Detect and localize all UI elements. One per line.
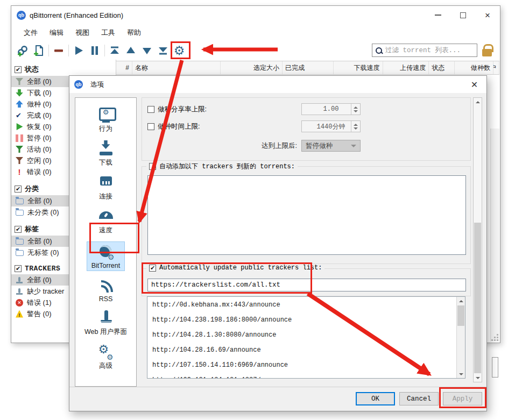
filter-label: 做种 (0)	[27, 99, 52, 109]
nav-webui[interactable]: Web 用户界面	[75, 307, 136, 340]
nav-label: 下载	[99, 158, 112, 167]
menu-help[interactable]: 帮助	[121, 26, 147, 40]
spin-buttons[interactable]	[351, 104, 360, 115]
reached-action-dropdown[interactable]: 暂停做种	[301, 140, 361, 152]
resize-grip[interactable]	[497, 339, 498, 341]
column-user[interactable]: 用户	[493, 61, 499, 74]
filter-label: 缺少 tracker	[27, 287, 64, 296]
page: qb qBittorrent (Enhanced Edition) × 文件 编…	[0, 0, 508, 420]
scroll-down-icon[interactable]	[474, 374, 482, 382]
nav-behavior[interactable]: 行为	[75, 103, 136, 137]
pause-button[interactable]	[87, 42, 103, 59]
column-name[interactable]: 名称	[132, 61, 221, 74]
column-status[interactable]: 状态	[429, 61, 455, 74]
column-dl-speed[interactable]: 下载速度	[334, 61, 383, 74]
tracker-url: http://104.28.1.30:8080/announce	[152, 331, 452, 340]
category-checkbox[interactable]: ✔	[15, 186, 22, 193]
resume-button[interactable]	[70, 42, 87, 59]
nav-rss[interactable]: RSS	[75, 274, 136, 307]
options-dialog: qb 选项 ✕ 行为 下载 连接 速度	[69, 75, 487, 411]
column-size[interactable]: 选定大小	[221, 61, 283, 74]
scrollbar-thumb[interactable]	[457, 305, 464, 326]
dialog-close-button[interactable]: ✕	[462, 76, 486, 93]
menu-file[interactable]: 文件	[18, 26, 44, 40]
auto-update-trackers-checkbox[interactable]: ✔	[149, 265, 156, 272]
seed-time-checkbox[interactable]	[147, 123, 154, 130]
filter-label: 暂停 (0)	[27, 133, 52, 143]
scrollbar-thumb[interactable]	[474, 223, 481, 373]
menu-tools[interactable]: 工具	[95, 26, 121, 40]
share-ratio-checkbox[interactable]	[147, 106, 154, 113]
search-icon	[375, 47, 383, 54]
filter-label: 错误 (0)	[27, 167, 52, 177]
nav-label: 高级	[99, 361, 112, 371]
auto-add-trackers-checkbox[interactable]	[149, 163, 156, 170]
move-top-button[interactable]	[107, 42, 123, 59]
main-vertical-scrollbar[interactable]	[490, 129, 499, 341]
upload-arrow-icon	[16, 101, 23, 108]
search-input[interactable]	[385, 47, 474, 54]
add-torrent-link-button[interactable]	[15, 42, 31, 59]
status-group-header[interactable]: ✔ 状态	[11, 63, 116, 76]
public-trackers-list[interactable]: http://0d.kebhana.mx:443/announce http:/…	[147, 296, 465, 379]
filter-label: 恢复 (0)	[27, 122, 52, 132]
cancel-button[interactable]: Cancel	[399, 392, 439, 405]
additional-trackers-textarea[interactable]	[147, 175, 466, 255]
scroll-up-icon[interactable]	[474, 98, 482, 106]
column-seeds[interactable]: 做种数	[455, 61, 493, 74]
move-down-button[interactable]	[139, 42, 155, 59]
bittorrent-selected-tile: BitTorrent	[87, 242, 125, 270]
menu-view[interactable]: 视图	[69, 26, 95, 40]
move-bottom-icon	[157, 45, 169, 56]
ok-button[interactable]: OK	[356, 392, 395, 405]
remove-icon	[53, 45, 65, 56]
column-number[interactable]: #	[116, 61, 132, 74]
add-torrent-file-button[interactable]	[31, 42, 47, 59]
options-button[interactable]: ⚙	[171, 42, 187, 59]
tracker-list-scrollbar[interactable]	[456, 297, 465, 378]
move-up-button[interactable]	[123, 42, 139, 59]
lock-icon[interactable]	[481, 44, 493, 58]
app-logo-icon: qb	[74, 80, 83, 89]
menubar: 文件 编辑 视图 工具 帮助	[11, 24, 500, 41]
folder-icon	[16, 239, 24, 245]
error-circle-icon: ✕	[16, 299, 23, 307]
category-group-title: 分类	[25, 184, 39, 194]
gear-icon: ⚙	[174, 45, 185, 57]
share-ratio-spinbox[interactable]: 1.00	[301, 103, 361, 115]
folder-icon	[16, 250, 24, 256]
titlebar: qb qBittorrent (Enhanced Edition) ×	[11, 6, 500, 24]
tracker-checkbox[interactable]: ✔	[15, 265, 22, 272]
tracker-url: http://107.150.14.110:6969/announce	[152, 361, 452, 370]
tag-checkbox[interactable]: ✔	[15, 226, 22, 233]
tag-group-title: 标签	[25, 224, 39, 234]
scroll-up-icon[interactable]	[457, 297, 465, 305]
close-button[interactable]: ×	[475, 6, 500, 24]
nav-bittorrent[interactable]: BitTorrent	[75, 239, 136, 274]
seed-time-spinbox[interactable]: 1440分钟	[301, 120, 361, 132]
dialog-scrollbar[interactable]	[473, 97, 482, 382]
trackers-list-url-input[interactable]	[147, 279, 466, 291]
menu-edit[interactable]: 编辑	[44, 26, 69, 40]
spin-buttons[interactable]	[351, 121, 360, 132]
tracker-url: http://104.28.16.69/announce	[152, 346, 452, 355]
column-up-speed[interactable]: 上传速度	[383, 61, 429, 74]
maximize-button[interactable]	[450, 6, 475, 24]
tracker-url: http://109.121.134.121:1337/announce	[152, 376, 452, 379]
nav-advanced[interactable]: 高级	[75, 340, 136, 374]
column-done[interactable]: 已完成	[283, 61, 334, 74]
nav-downloads[interactable]: 下载	[75, 137, 136, 171]
check-icon: ✔	[16, 186, 20, 192]
toolbar-separator	[104, 45, 105, 56]
move-bottom-button[interactable]	[155, 42, 171, 59]
status-checkbox[interactable]: ✔	[15, 66, 22, 73]
tracker-group-title: TRACKERS	[25, 265, 60, 273]
delete-torrent-button[interactable]	[51, 42, 67, 59]
apply-button[interactable]: Apply	[443, 392, 482, 405]
nav-connection[interactable]: 连接	[75, 171, 136, 205]
scroll-down-icon[interactable]	[457, 370, 465, 378]
nav-speed[interactable]: 速度	[75, 205, 136, 239]
minimize-button[interactable]	[426, 6, 450, 24]
scrollbar-thumb[interactable]	[492, 357, 498, 378]
status-group-title: 状态	[25, 65, 39, 74]
